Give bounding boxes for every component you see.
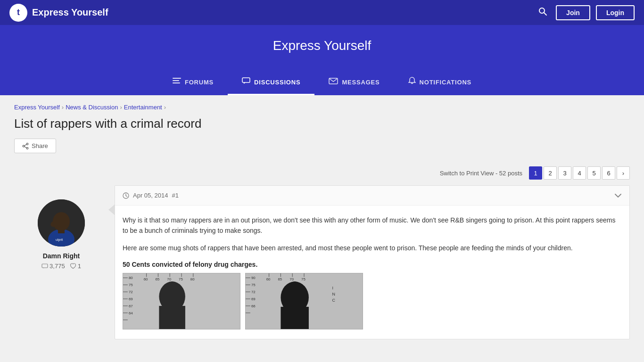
svg-text:60: 60 [144,278,148,282]
page-3[interactable]: 3 [558,166,571,180]
tab-messages-label: MESSAGES [342,79,380,86]
author-likes-count: 1 [78,263,81,270]
svg-text:ulprit: ulprit [56,238,63,242]
svg-rect-63 [281,307,309,329]
mugshot-2: 90 75 72 69 66 [245,273,363,329]
post-paragraph-1: Why is it that so many rappers are in an… [123,215,622,236]
page-title: List of rappers with a crimal record [14,116,630,131]
breadcrumb-entertainment[interactable]: Entertainment [124,104,162,111]
svg-rect-3 [173,80,179,81]
svg-rect-18 [42,264,48,268]
breadcrumb-home[interactable]: Express Yourself [14,104,60,111]
post-number: #1 [172,192,178,199]
svg-text:65: 65 [278,278,282,282]
tab-notifications[interactable]: NOTIFICATIONS [394,70,486,95]
breadcrumb-sep-1: › [62,104,64,111]
page-2[interactable]: 2 [544,166,557,180]
post-collapse-button[interactable] [614,190,622,200]
page-4[interactable]: 4 [573,166,586,180]
svg-point-37 [164,282,181,301]
svg-rect-38 [159,306,185,329]
svg-line-10 [25,144,27,146]
svg-text:75: 75 [129,283,133,287]
tab-discussions-label: DISCUSSIONS [254,79,300,86]
svg-text:66: 66 [251,304,256,308]
svg-rect-4 [173,82,180,83]
post-paragraph-2: Here are some mug shots of rappers that … [123,243,622,253]
post-content-area: Apr 05, 2014 #1 Why is it that so many r… [115,185,630,339]
author-comments-stat: 3,775 [41,263,65,270]
page-numbers: 1 2 3 4 5 6 › [529,166,630,180]
svg-text:75: 75 [251,283,256,287]
svg-point-8 [26,147,28,149]
page-6[interactable]: 6 [602,166,615,180]
svg-text:70: 70 [289,278,294,282]
page-1[interactable]: 1 [529,166,542,180]
page-next-button[interactable]: › [617,166,630,180]
post-arrow-shape [108,204,115,215]
tab-discussions[interactable]: DISCUSSIONS [228,70,314,95]
svg-text:69: 69 [129,297,133,301]
breadcrumb-sep-2: › [120,104,122,111]
page-5[interactable]: 5 [587,166,601,180]
author-stats: 3,775 1 [41,263,81,270]
author-comments-count: 3,775 [50,263,65,270]
logo: t [9,4,27,22]
svg-text:60: 60 [266,278,271,282]
svg-text:75: 75 [301,278,305,282]
print-view-text: Switch to Print View - 52 posts [440,170,522,177]
page-title-area: List of rappers with a crimal record [0,115,644,139]
post-header: Apr 05, 2014 #1 [115,186,629,206]
svg-point-9 [23,145,25,147]
svg-text:90: 90 [251,276,256,280]
post-author-sidebar: ulprit Damn Right 3,775 1 [14,185,108,339]
share-label: Share [32,142,48,149]
discussions-icon [242,77,250,87]
author-avatar: ulprit [38,199,85,247]
svg-text:72: 72 [129,290,133,294]
post-date: Apr 05, 2014 [133,192,168,199]
svg-text:80: 80 [190,278,195,282]
mugshot-1: 80 75 72 69 67 64 [123,273,240,329]
svg-point-7 [26,143,28,145]
login-button[interactable]: Login [596,5,635,20]
author-name: Damn Right [43,252,80,260]
top-bar-left: t Express Yourself [9,4,108,22]
breadcrumb-news[interactable]: News & Discussion [66,104,118,111]
svg-text:72: 72 [251,290,256,294]
post-body: Why is it that so many rappers are in an… [115,206,629,339]
post-images: 80 75 72 69 67 64 [123,273,622,329]
tab-forums[interactable]: FORUMS [158,70,228,95]
svg-text:75: 75 [179,278,183,282]
svg-text:70: 70 [167,278,171,282]
svg-text:80: 80 [129,276,133,280]
post-arrow [108,185,115,339]
breadcrumb-sep-3: › [164,104,166,111]
share-button[interactable]: Share [14,139,56,153]
pagination-row: Switch to Print View - 52 posts 1 2 3 4 … [0,163,644,185]
notifications-icon [408,77,416,87]
messages-icon [329,78,338,86]
svg-text:C: C [332,298,336,303]
svg-point-62 [285,282,304,303]
tab-forums-label: FORUMS [185,79,214,86]
search-button[interactable] [535,4,550,21]
author-likes-stat: 1 [70,263,81,270]
share-area: Share [0,139,644,163]
svg-text:I: I [332,286,333,290]
svg-line-1 [544,13,546,15]
forums-icon [173,78,181,86]
svg-line-11 [25,146,27,148]
post-meta: Apr 05, 2014 #1 [123,192,179,199]
svg-text:69: 69 [251,297,256,301]
svg-rect-5 [242,78,250,82]
top-bar: t Express Yourself Join Login [0,0,644,25]
svg-text:64: 64 [129,311,133,315]
tab-notifications-label: NOTIFICATIONS [420,79,472,86]
tab-messages[interactable]: MESSAGES [314,70,394,95]
join-button[interactable]: Join [556,5,590,20]
svg-text:N: N [332,292,335,296]
page-content: Express Yourself › News & Discussion › E… [0,95,644,339]
breadcrumb: Express Yourself › News & Discussion › E… [14,104,630,111]
svg-line-21 [126,196,127,197]
